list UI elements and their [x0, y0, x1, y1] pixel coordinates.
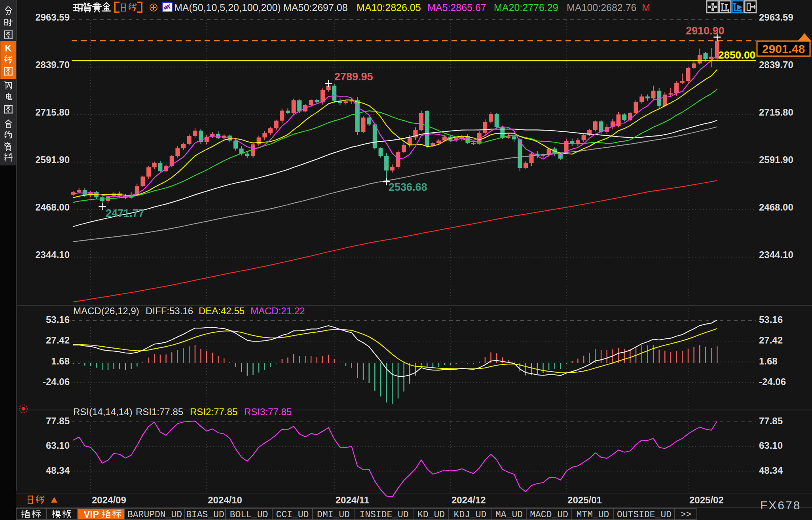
svg-text:27.42: 27.42 — [46, 335, 70, 345]
svg-text:77.85: 77.85 — [759, 416, 783, 426]
svg-text:MA(50,10,5,20,100,200): MA(50,10,5,20,100,200) — [174, 2, 281, 13]
svg-text:MA5:2865.67: MA5:2865.67 — [427, 2, 486, 13]
svg-text:2715.80: 2715.80 — [759, 107, 793, 118]
svg-text:2963.59: 2963.59 — [35, 12, 70, 23]
svg-text:77.85: 77.85 — [46, 416, 70, 426]
svg-text:53.16: 53.16 — [759, 314, 783, 325]
svg-text:MA20:2776.29: MA20:2776.29 — [494, 2, 558, 13]
svg-text:BARUPDN_UD: BARUPDN_UD — [127, 510, 182, 520]
svg-text:BOLL_UD: BOLL_UD — [230, 510, 268, 520]
svg-text:2468.00: 2468.00 — [759, 202, 793, 213]
svg-text:1.68: 1.68 — [51, 356, 70, 366]
svg-text:27.42: 27.42 — [759, 335, 783, 345]
svg-text:2910.90: 2910.90 — [686, 25, 725, 37]
svg-text:63.10: 63.10 — [759, 440, 783, 451]
svg-text:2024/11: 2024/11 — [336, 495, 369, 505]
svg-text:2024/10: 2024/10 — [208, 495, 242, 505]
svg-text:RSI3:77.85: RSI3:77.85 — [244, 406, 292, 417]
svg-text:2901.48: 2901.48 — [762, 42, 805, 55]
svg-text:48.34: 48.34 — [46, 465, 70, 476]
svg-text:48.34: 48.34 — [759, 465, 783, 476]
svg-text:MACD(26,12,9): MACD(26,12,9) — [73, 306, 139, 316]
svg-text:>>: >> — [680, 510, 691, 520]
svg-text:63.10: 63.10 — [46, 440, 70, 451]
svg-text:RSI(14,14,14): RSI(14,14,14) — [73, 406, 132, 417]
svg-text:DMI_UD: DMI_UD — [317, 510, 350, 520]
svg-text:DIFF:53.16: DIFF:53.16 — [146, 306, 193, 316]
svg-text:RSI1:77.85: RSI1:77.85 — [136, 406, 183, 417]
svg-text:2536.68: 2536.68 — [389, 181, 427, 193]
svg-text:2591.90: 2591.90 — [759, 154, 793, 165]
svg-text:BIAS_UD: BIAS_UD — [186, 510, 224, 520]
svg-text:KDJ_UD: KDJ_UD — [454, 510, 487, 520]
svg-text:CCI_UD: CCI_UD — [276, 510, 309, 520]
svg-text:2344.10: 2344.10 — [759, 249, 793, 260]
svg-text:MTM_UD: MTM_UD — [577, 510, 609, 520]
svg-text:2024/12: 2024/12 — [452, 495, 486, 505]
svg-text:1.68: 1.68 — [759, 356, 778, 366]
svg-text:MACD_UD: MACD_UD — [530, 510, 568, 520]
svg-text:2468.00: 2468.00 — [35, 202, 70, 213]
svg-text:MACD:21.22: MACD:21.22 — [250, 306, 305, 316]
svg-text:MA50:2697.08: MA50:2697.08 — [283, 2, 348, 13]
svg-text:2025/02: 2025/02 — [689, 495, 724, 505]
svg-text:-24.06: -24.06 — [43, 376, 70, 387]
svg-text:2471.77: 2471.77 — [106, 207, 144, 219]
svg-text:MA10:2826.05: MA10:2826.05 — [357, 2, 421, 13]
svg-text:2591.90: 2591.90 — [35, 154, 70, 165]
svg-text:53.16: 53.16 — [46, 314, 70, 325]
svg-text:MA100:2682.76: MA100:2682.76 — [567, 2, 637, 13]
svg-text:K: K — [5, 43, 12, 53]
svg-text:2850.00: 2850.00 — [718, 49, 755, 61]
svg-text:FX678: FX678 — [760, 499, 801, 512]
svg-text:KD_UD: KD_UD — [417, 510, 445, 520]
svg-text:2344.10: 2344.10 — [35, 249, 70, 260]
svg-text:2839.70: 2839.70 — [35, 59, 70, 70]
svg-text:2839.70: 2839.70 — [759, 59, 793, 70]
svg-text:-24.06: -24.06 — [759, 376, 786, 387]
svg-text:RSI2:77.85: RSI2:77.85 — [190, 406, 237, 417]
svg-text:MA_UD: MA_UD — [495, 510, 523, 520]
svg-text:VIP: VIP — [84, 509, 99, 520]
svg-text:OUTSIDE_UD: OUTSIDE_UD — [617, 510, 672, 520]
svg-text:DEA:42.55: DEA:42.55 — [199, 306, 245, 316]
svg-text:2025/01: 2025/01 — [567, 495, 602, 505]
svg-text:2789.95: 2789.95 — [334, 71, 373, 83]
svg-text:2715.80: 2715.80 — [35, 107, 70, 118]
svg-text:2963.59: 2963.59 — [759, 12, 793, 23]
svg-text:2024/09: 2024/09 — [92, 495, 126, 505]
svg-text:INSIDE_UD: INSIDE_UD — [359, 510, 408, 520]
svg-text:M: M — [642, 2, 650, 13]
